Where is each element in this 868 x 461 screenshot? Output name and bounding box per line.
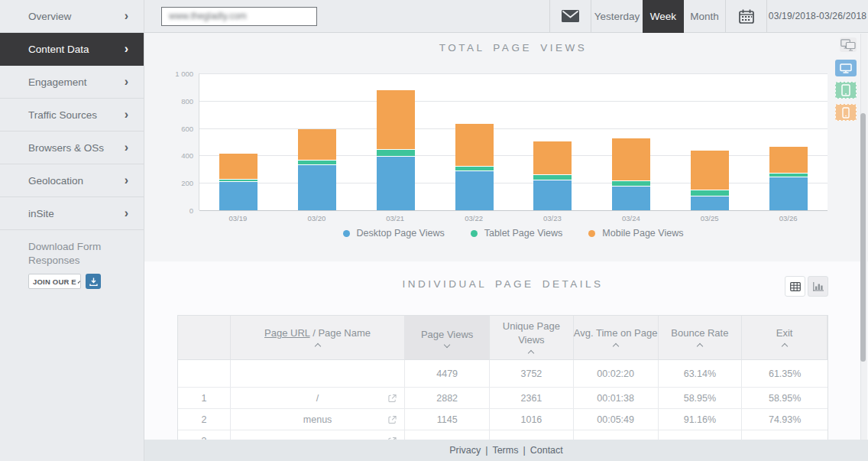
bar-segment-mobile-page-views[interactable] xyxy=(769,147,808,172)
range-week-button[interactable]: Week xyxy=(643,0,684,33)
table-view-button[interactable] xyxy=(785,276,805,297)
stacked-bar-03-25[interactable] xyxy=(691,151,729,210)
bar-segment-desktop-page-views[interactable] xyxy=(377,157,415,210)
stacked-bar-03-22[interactable] xyxy=(455,124,494,210)
calendar-button[interactable] xyxy=(725,0,766,33)
bar-segment-mobile-page-views[interactable] xyxy=(533,141,572,174)
column-header-page-views[interactable]: Page Views xyxy=(405,316,490,359)
bar-segment-mobile-page-views[interactable] xyxy=(377,90,415,149)
value-cell: 91.16% xyxy=(659,409,743,430)
bar-slot xyxy=(592,73,671,210)
stacked-bar-03-20[interactable] xyxy=(298,129,336,210)
bar-slot xyxy=(671,73,750,210)
column-header-avg-time-on-page[interactable]: Avg. Time on Page xyxy=(574,316,659,359)
bar-segment-tablet-page-views[interactable] xyxy=(691,190,729,196)
sidebar-item-label: inSite xyxy=(28,208,54,219)
sidebar-item-label: Engagement xyxy=(28,76,87,88)
sidebar-item-label: Geolocation xyxy=(28,175,83,187)
legend-item-desktop-page-views[interactable]: Desktop Page Views xyxy=(343,228,445,239)
bar-segment-mobile-page-views[interactable] xyxy=(298,129,336,159)
value-cell xyxy=(659,430,743,440)
x-tick-label: 03/22 xyxy=(435,214,513,222)
bar-segment-mobile-page-views[interactable] xyxy=(691,151,729,190)
y-tick-label: 200 xyxy=(181,179,193,187)
sidebar-item-content-data[interactable]: Content Data› xyxy=(0,33,144,66)
column-header-unique-page-views[interactable]: Unique Page Views xyxy=(490,316,574,359)
download-button[interactable] xyxy=(86,274,101,289)
column-header-text: Page Views xyxy=(421,328,473,342)
range-yesterday-button[interactable]: Yesterday xyxy=(591,0,643,33)
stacked-bar-03-21[interactable] xyxy=(377,90,415,210)
value-cell: 00:05:49 xyxy=(574,409,659,430)
bar-segment-tablet-page-views[interactable] xyxy=(298,160,336,165)
stacked-bar-03-23[interactable] xyxy=(533,141,572,210)
sidebar-item-insite[interactable]: inSite› xyxy=(0,197,144,230)
sidebar-item-engagement[interactable]: Engagement› xyxy=(0,66,144,99)
legend-item-tablet-page-views[interactable]: Tablet Page Views xyxy=(471,228,563,239)
sort-up-icon xyxy=(528,350,534,356)
form-select[interactable]: JOIN OUR E xyxy=(28,274,81,289)
bar-segment-mobile-page-views[interactable] xyxy=(455,124,494,166)
range-month-button[interactable]: Month xyxy=(684,0,725,33)
bar-segment-tablet-page-views[interactable] xyxy=(455,166,494,171)
column-header-label: Unique Page Views xyxy=(503,320,560,346)
row-index-cell: 3 xyxy=(178,430,231,440)
tablet-filter-button[interactable] xyxy=(835,82,857,99)
footer-link-terms[interactable]: Terms xyxy=(492,445,518,456)
envelope-icon xyxy=(562,10,579,22)
bar-segment-desktop-page-views[interactable] xyxy=(219,182,257,210)
sidebar-item-browsers-oss[interactable]: Browsers & OSs› xyxy=(0,131,144,164)
column-header-label: Page Views xyxy=(421,329,473,340)
scrollbar-thumb[interactable] xyxy=(860,113,866,362)
bar-segment-desktop-page-views[interactable] xyxy=(769,177,808,210)
page-name-cell: menus xyxy=(231,409,405,430)
desktop-filter-button[interactable] xyxy=(835,60,857,76)
page-name: / xyxy=(316,393,319,404)
page-url-sort-link[interactable]: Page URL xyxy=(264,327,310,339)
date-range[interactable]: 03/19/2018-03/26/2018 xyxy=(766,0,868,33)
y-tick-label: 1 000 xyxy=(175,70,193,78)
bar-segment-desktop-page-views[interactable] xyxy=(298,165,336,210)
stacked-bar-03-19[interactable] xyxy=(219,154,257,210)
bar-segment-mobile-page-views[interactable] xyxy=(219,154,257,179)
download-form-responses-block: Download Form Responses JOIN OUR E xyxy=(28,240,130,289)
legend-dot xyxy=(343,230,350,237)
external-link-icon[interactable] xyxy=(388,394,397,402)
x-tick-label: 03/21 xyxy=(356,214,435,222)
column-header-exit[interactable]: Exit xyxy=(742,316,828,359)
mobile-filter-button[interactable] xyxy=(835,104,857,121)
individual-page-details-section: INDIVIDUAL PAGE DETAILS Page URL / Page … xyxy=(144,261,868,440)
chart-view-button[interactable] xyxy=(808,276,828,297)
bar-segment-mobile-page-views[interactable] xyxy=(612,138,650,180)
footer-link-contact[interactable]: Contact xyxy=(530,445,563,456)
chevron-right-icon: › xyxy=(125,141,128,154)
summary-cell xyxy=(178,360,231,387)
sidebar-item-geolocation[interactable]: Geolocation› xyxy=(0,164,144,197)
bar-segment-tablet-page-views[interactable] xyxy=(377,149,415,157)
sidebar-item-traffic-sources[interactable]: Traffic Sources› xyxy=(0,99,144,131)
footer-link-privacy[interactable]: Privacy xyxy=(449,445,481,456)
bar-segment-desktop-page-views[interactable] xyxy=(691,196,729,210)
stacked-bar-03-24[interactable] xyxy=(612,138,650,210)
y-tick-label: 400 xyxy=(181,151,193,160)
chart-plot xyxy=(199,73,828,210)
site-url-input[interactable]: www.thegladly.com xyxy=(161,7,317,26)
column-header-index[interactable] xyxy=(178,316,231,359)
bar-segment-desktop-page-views[interactable] xyxy=(455,171,494,210)
stacked-bar-03-26[interactable] xyxy=(769,147,808,210)
x-tick-label: 03/25 xyxy=(670,214,749,222)
bar-segment-tablet-page-views[interactable] xyxy=(533,174,572,180)
external-link-icon[interactable] xyxy=(388,415,397,424)
summary-cell: 4479 xyxy=(405,360,490,387)
all-devices-filter-button[interactable] xyxy=(840,37,857,52)
bar-segment-desktop-page-views[interactable] xyxy=(533,180,572,210)
bar-segment-tablet-page-views[interactable] xyxy=(612,180,650,187)
x-axis: 03/1903/2003/2103/2203/2303/2403/2503/26 xyxy=(199,214,828,222)
legend-item-mobile-page-views[interactable]: Mobile Page Views xyxy=(588,228,683,239)
column-header-page-url-page-name[interactable]: Page URL / Page Name xyxy=(231,316,405,359)
bar-segment-desktop-page-views[interactable] xyxy=(612,187,650,210)
summary-cell: 61.35% xyxy=(742,360,828,387)
column-header-bounce-rate[interactable]: Bounce Rate xyxy=(659,316,743,359)
sidebar-item-overview[interactable]: Overview› xyxy=(0,0,144,33)
email-report-button[interactable] xyxy=(549,0,591,33)
